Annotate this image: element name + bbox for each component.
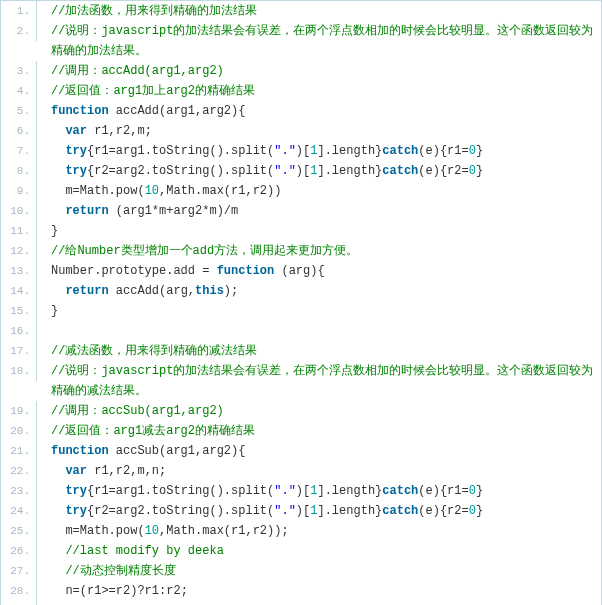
- line-number: 2.: [1, 21, 37, 41]
- code-content: //调用：accAdd(arg1,arg2): [51, 61, 601, 81]
- code-line: 19.//调用：accSub(arg1,arg2): [1, 401, 601, 421]
- line-number: 24.: [1, 501, 37, 521]
- line-number: 19.: [1, 401, 37, 421]
- code-content: [51, 321, 601, 341]
- code-line: 13.Number.prototype.add = function (arg)…: [1, 261, 601, 281]
- code-line: 9. m=Math.pow(10,Math.max(r1,r2)): [1, 181, 601, 201]
- code-content: //返回值：arg1加上arg2的精确结果: [51, 81, 601, 101]
- code-line: 29. return ((arg1*m-arg2*m)/m).toFixed(n…: [1, 601, 601, 605]
- line-number: 17.: [1, 341, 37, 361]
- line-number: 26.: [1, 541, 37, 561]
- code-line: 15.}: [1, 301, 601, 321]
- code-content: //调用：accSub(arg1,arg2): [51, 401, 601, 421]
- code-content: try{r2=arg2.toString().split(".")[1].len…: [51, 501, 601, 521]
- code-line: 1.//加法函数，用来得到精确的加法结果: [1, 1, 601, 21]
- line-number: 10.: [1, 201, 37, 221]
- code-line: 27. //动态控制精度长度: [1, 561, 601, 581]
- line-number: 8.: [1, 161, 37, 181]
- line-number: 5.: [1, 101, 37, 121]
- line-number: 1.: [1, 1, 37, 21]
- line-number: 6.: [1, 121, 37, 141]
- line-number: 3.: [1, 61, 37, 81]
- code-content: //给Number类型增加一个add方法，调用起来更加方便。: [51, 241, 601, 261]
- line-number: 9.: [1, 181, 37, 201]
- code-content: var r1,r2,m;: [51, 121, 601, 141]
- code-line: 16.: [1, 321, 601, 341]
- line-number: 22.: [1, 461, 37, 481]
- line-number: 27.: [1, 561, 37, 581]
- code-line: 12.//给Number类型增加一个add方法，调用起来更加方便。: [1, 241, 601, 261]
- code-content: function accSub(arg1,arg2){: [51, 441, 601, 461]
- code-content: }: [51, 301, 601, 321]
- code-line: 11.}: [1, 221, 601, 241]
- code-line: 8. try{r2=arg2.toString().split(".")[1].…: [1, 161, 601, 181]
- line-number: 14.: [1, 281, 37, 301]
- code-content: try{r2=arg2.toString().split(".")[1].len…: [51, 161, 601, 181]
- code-content: //last modify by deeka: [51, 541, 601, 561]
- code-block: 1.//加法函数，用来得到精确的加法结果2.//说明：javascript的加法…: [0, 0, 602, 605]
- code-line: 4.//返回值：arg1加上arg2的精确结果: [1, 81, 601, 101]
- code-content: try{r1=arg1.toString().split(".")[1].len…: [51, 141, 601, 161]
- code-content: m=Math.pow(10,Math.max(r1,r2)): [51, 181, 601, 201]
- code-content: return ((arg1*m-arg2*m)/m).toFixed(n);: [51, 601, 601, 605]
- line-number: 15.: [1, 301, 37, 321]
- code-content: var r1,r2,m,n;: [51, 461, 601, 481]
- code-content: //说明：javascript的加法结果会有误差，在两个浮点数相加的时候会比较明…: [51, 361, 601, 401]
- line-number: 28.: [1, 581, 37, 601]
- code-line: 20.//返回值：arg1减去arg2的精确结果: [1, 421, 601, 441]
- line-number: 23.: [1, 481, 37, 501]
- code-content: n=(r1>=r2)?r1:r2;: [51, 581, 601, 601]
- line-number: 7.: [1, 141, 37, 161]
- code-line: 28. n=(r1>=r2)?r1:r2;: [1, 581, 601, 601]
- code-line: 3.//调用：accAdd(arg1,arg2): [1, 61, 601, 81]
- code-line: 24. try{r2=arg2.toString().split(".")[1]…: [1, 501, 601, 521]
- line-number: 21.: [1, 441, 37, 461]
- code-content: return (arg1*m+arg2*m)/m: [51, 201, 601, 221]
- line-number: 25.: [1, 521, 37, 541]
- code-content: m=Math.pow(10,Math.max(r1,r2));: [51, 521, 601, 541]
- code-content: //说明：javascript的加法结果会有误差，在两个浮点数相加的时候会比较明…: [51, 21, 601, 61]
- line-number: 12.: [1, 241, 37, 261]
- code-line: 10. return (arg1*m+arg2*m)/m: [1, 201, 601, 221]
- code-line: 26. //last modify by deeka: [1, 541, 601, 561]
- line-number: 4.: [1, 81, 37, 101]
- code-line: 23. try{r1=arg1.toString().split(".")[1]…: [1, 481, 601, 501]
- code-line: 22. var r1,r2,m,n;: [1, 461, 601, 481]
- code-content: return accAdd(arg,this);: [51, 281, 601, 301]
- line-number: 29.: [1, 601, 37, 605]
- code-line: 7. try{r1=arg1.toString().split(".")[1].…: [1, 141, 601, 161]
- code-content: //加法函数，用来得到精确的加法结果: [51, 1, 601, 21]
- line-number: 18.: [1, 361, 37, 381]
- line-number: 13.: [1, 261, 37, 281]
- code-line: 21.function accSub(arg1,arg2){: [1, 441, 601, 461]
- line-number: 20.: [1, 421, 37, 441]
- code-line: 17.//减法函数，用来得到精确的减法结果: [1, 341, 601, 361]
- code-line: 5.function accAdd(arg1,arg2){: [1, 101, 601, 121]
- code-line: 14. return accAdd(arg,this);: [1, 281, 601, 301]
- code-line: 2.//说明：javascript的加法结果会有误差，在两个浮点数相加的时候会比…: [1, 21, 601, 61]
- code-content: }: [51, 221, 601, 241]
- code-line: 25. m=Math.pow(10,Math.max(r1,r2));: [1, 521, 601, 541]
- code-content: function accAdd(arg1,arg2){: [51, 101, 601, 121]
- code-line: 6. var r1,r2,m;: [1, 121, 601, 141]
- code-line: 18.//说明：javascript的加法结果会有误差，在两个浮点数相加的时候会…: [1, 361, 601, 401]
- code-content: try{r1=arg1.toString().split(".")[1].len…: [51, 481, 601, 501]
- code-content: //返回值：arg1减去arg2的精确结果: [51, 421, 601, 441]
- code-content: //减法函数，用来得到精确的减法结果: [51, 341, 601, 361]
- code-content: //动态控制精度长度: [51, 561, 601, 581]
- code-content: Number.prototype.add = function (arg){: [51, 261, 601, 281]
- line-number: 11.: [1, 221, 37, 241]
- line-number: 16.: [1, 321, 37, 341]
